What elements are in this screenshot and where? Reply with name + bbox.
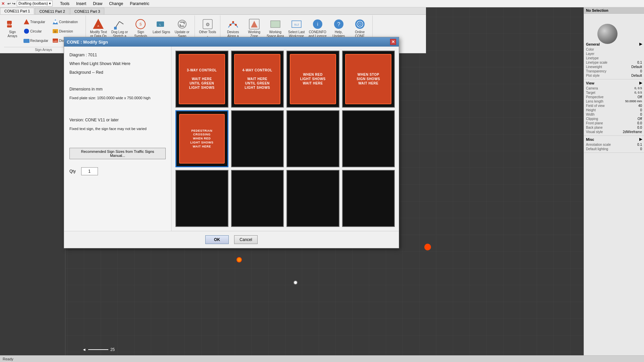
sign-background: Background -- Red bbox=[69, 70, 103, 75]
misc-expand[interactable]: ▶ bbox=[639, 137, 642, 141]
row-linetype-scale: Linetype scale 0.1 bbox=[586, 60, 642, 65]
row-lens-length: Lens length 50.0000 mm bbox=[586, 99, 642, 104]
sign-2-orange: 4-WAY CONTROLWAIT HEREUNTIL GREENLIGHT S… bbox=[234, 54, 280, 104]
sign-cell-8[interactable] bbox=[342, 110, 395, 167]
btn-update-swap[interactable]: Update or Swap bbox=[172, 17, 192, 39]
svg-point-20 bbox=[178, 20, 186, 28]
redo-btn[interactable]: ↪ bbox=[12, 1, 15, 6]
triangular-icon bbox=[23, 18, 30, 25]
svg-text:traffic: traffic bbox=[53, 40, 58, 42]
btn-sign-arrays[interactable]: SSA SignArrays bbox=[4, 17, 21, 39]
svg-text:L: L bbox=[160, 23, 161, 26]
sign-cell-11[interactable] bbox=[286, 170, 339, 227]
btn-triangular[interactable]: Triangular bbox=[21, 17, 50, 26]
sign-cell-1[interactable]: 3-WAY CONTROLWAIT HEREUNTIL GREENLIGHT S… bbox=[175, 51, 228, 108]
svg-rect-4 bbox=[23, 39, 30, 43]
menu-parametric[interactable]: Parametric bbox=[126, 1, 153, 7]
app-close[interactable]: ✕ bbox=[1, 1, 5, 6]
svg-text:?: ? bbox=[337, 21, 340, 27]
cad-node-2[interactable] bbox=[236, 257, 242, 262]
row-target: Target 0, 0.5 bbox=[586, 90, 642, 95]
online-cone-icon bbox=[354, 18, 366, 30]
qty-label: Qty bbox=[69, 169, 76, 174]
row-layer: Layer bbox=[586, 52, 642, 56]
sign-3-orange: WHEN REDLIGHT SHOWSWAIT HERE bbox=[290, 54, 336, 104]
other-tools-icon: ⚙ bbox=[202, 18, 214, 30]
sign-5-text: PEDESTRIANCROSSINGWHEN REDLIGHT SHOWSWAI… bbox=[190, 129, 213, 148]
general-header: General ▶ bbox=[586, 42, 642, 46]
btn-combination[interactable]: Combination bbox=[50, 17, 83, 26]
btn-select-last[interactable]: SLZ Select Last Workzone bbox=[286, 17, 306, 39]
left-panel: ✕ + bbox=[0, 36, 65, 362]
menu-bar: ✕ ↩ ↪ Drafting (toolbars) ▾ Tools Insert… bbox=[0, 0, 644, 7]
view-section: View ▶ Camera 0, 0.5 Target 0, 0.5 Persp… bbox=[584, 79, 644, 136]
spacer-2 bbox=[69, 104, 166, 114]
btn-circular-label: Circular bbox=[30, 29, 42, 33]
svg-rect-15 bbox=[114, 27, 117, 29]
fixed-text: Fixed text sign, the sign face may not b… bbox=[69, 127, 147, 131]
cancel-button[interactable]: Cancel bbox=[234, 235, 258, 244]
recommended-btn[interactable]: Recommended Sign Sizes from Traffic Sign… bbox=[69, 148, 166, 159]
label-signs-icon: L bbox=[155, 18, 167, 30]
sign-cell-6[interactable] bbox=[231, 110, 284, 167]
undo-btn[interactable]: ↩ bbox=[7, 1, 11, 6]
sign-cell-7[interactable] bbox=[286, 110, 339, 167]
btn-other-tools[interactable]: ⚙ Other Tools - bbox=[198, 17, 217, 39]
row-default-lighting: Default lighting 0 bbox=[586, 147, 642, 151]
sign-4-text: WHEN STOPSIGN SHOWSWAIT HERE bbox=[357, 72, 380, 85]
cad-node-3[interactable] bbox=[293, 281, 298, 285]
tab-cone11-part3[interactable]: CONE11 Part 3 bbox=[70, 8, 104, 14]
sign-cell-2[interactable]: 4-WAY CONTROLWAIT HEREUNTIL GREENLIGHT S… bbox=[231, 51, 284, 108]
qty-input[interactable] bbox=[81, 167, 98, 175]
btn-diversion[interactable]: D Diversion bbox=[50, 27, 83, 36]
sign-grid: 3-WAY CONTROLWAIT HEREUNTIL GREENLIGHT S… bbox=[171, 47, 399, 231]
sign-cell-5[interactable]: PEDESTRIANCROSSINGWHEN REDLIGHT SHOWSWAI… bbox=[175, 110, 228, 167]
general-section: General ▶ Color Layer Linetype Linetype … bbox=[584, 41, 644, 79]
row-clipping: Clipping Off bbox=[586, 117, 642, 121]
btn-label-signs[interactable]: L Label Signs bbox=[152, 17, 171, 35]
description-row: When Red Light Shows Wait Here bbox=[69, 61, 166, 67]
diagram-label: Diagram : bbox=[69, 53, 87, 57]
general-expand[interactable]: ▶ bbox=[639, 42, 642, 46]
btn-rectangular[interactable]: Rectangular bbox=[21, 36, 50, 45]
sign-cell-4[interactable]: WHEN STOPSIGN SHOWSWAIT HERE bbox=[342, 51, 395, 108]
tab-cone11-part2[interactable]: CONE11 Part 2 bbox=[35, 8, 69, 14]
ok-button[interactable]: OK bbox=[205, 235, 229, 244]
recommended-container: Recommended Sign Sizes from Traffic Sign… bbox=[69, 142, 166, 159]
plate-size: Fixed plate size: 1050.0000 wide x 750.0… bbox=[69, 96, 151, 100]
btn-circular[interactable]: Circular bbox=[21, 27, 50, 36]
circular-icon bbox=[23, 27, 30, 35]
view-header: View ▶ bbox=[586, 81, 642, 85]
right-panel-header: No Selection bbox=[584, 7, 644, 14]
row-front-plane: Front plane 0.0 bbox=[586, 121, 642, 125]
dimensions-label: Dimensions in mm bbox=[69, 87, 103, 92]
dialog-close-button[interactable]: ✕ bbox=[390, 39, 396, 45]
svg-text:i: i bbox=[317, 21, 318, 27]
sign-cell-12[interactable] bbox=[342, 170, 395, 227]
sign-cell-9[interactable] bbox=[175, 170, 228, 227]
devices-along-curve-icon bbox=[227, 18, 239, 30]
menu-insert[interactable]: Insert bbox=[73, 1, 90, 7]
dialog-title: CONE : Modify Sign bbox=[67, 40, 108, 45]
btn-sign-arrays-label: SignArrays bbox=[8, 30, 17, 38]
status-text: Ready bbox=[3, 357, 13, 361]
row-transparency: Transparency 0 bbox=[586, 69, 642, 73]
drafting-dropdown[interactable]: Drafting (toolbars) ▾ bbox=[17, 1, 53, 6]
sign-1-orange: 3-WAY CONTROLWAIT HEREUNTIL GREENLIGHT S… bbox=[179, 54, 225, 104]
dialog-info-panel: Diagram : 7011 When Red Light Shows Wait… bbox=[64, 47, 171, 231]
combination-icon bbox=[52, 18, 59, 25]
menu-tools[interactable]: Tools bbox=[57, 1, 73, 7]
sign-arrays-icon: SSA bbox=[6, 18, 18, 30]
sign-cell-10[interactable] bbox=[231, 170, 284, 227]
menu-draw[interactable]: Draw bbox=[90, 1, 106, 7]
right-panel: No Selection General ▶ Color Layer Linet… bbox=[584, 7, 644, 362]
tab-cone11-part1[interactable]: CONE11 Part 1 bbox=[0, 8, 34, 14]
sign-5-orange: PEDESTRIANCROSSINGWHEN REDLIGHT SHOWSWAI… bbox=[179, 114, 225, 164]
sign-symbols-icon: S bbox=[135, 18, 147, 30]
scale-value: 25 bbox=[110, 347, 115, 352]
row-linetype: Linetype bbox=[586, 56, 642, 60]
menu-change[interactable]: Change bbox=[106, 1, 126, 7]
row-fov: Field of view 40 bbox=[586, 104, 642, 108]
sign-cell-3[interactable]: WHEN REDLIGHT SHOWSWAIT HERE bbox=[286, 51, 339, 108]
view-expand[interactable]: ▶ bbox=[639, 81, 642, 85]
